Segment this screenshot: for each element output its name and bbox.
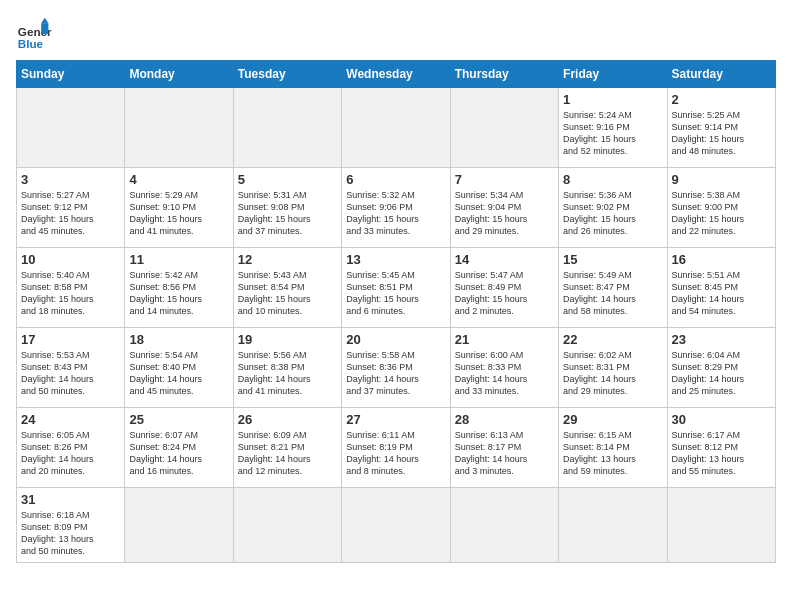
day-info: Sunrise: 6:15 AM Sunset: 8:14 PM Dayligh… (563, 429, 662, 478)
header: General Blue (16, 16, 776, 52)
day-number: 10 (21, 252, 120, 267)
day-info: Sunrise: 5:29 AM Sunset: 9:10 PM Dayligh… (129, 189, 228, 238)
day-info: Sunrise: 5:32 AM Sunset: 9:06 PM Dayligh… (346, 189, 445, 238)
calendar-cell: 13Sunrise: 5:45 AM Sunset: 8:51 PM Dayli… (342, 248, 450, 328)
calendar-cell: 27Sunrise: 6:11 AM Sunset: 8:19 PM Dayli… (342, 408, 450, 488)
calendar-cell: 20Sunrise: 5:58 AM Sunset: 8:36 PM Dayli… (342, 328, 450, 408)
day-number: 29 (563, 412, 662, 427)
day-info: Sunrise: 5:43 AM Sunset: 8:54 PM Dayligh… (238, 269, 337, 318)
calendar-cell: 10Sunrise: 5:40 AM Sunset: 8:58 PM Dayli… (17, 248, 125, 328)
calendar-cell: 26Sunrise: 6:09 AM Sunset: 8:21 PM Dayli… (233, 408, 341, 488)
day-number: 11 (129, 252, 228, 267)
calendar-cell: 8Sunrise: 5:36 AM Sunset: 9:02 PM Daylig… (559, 168, 667, 248)
week-row-3: 17Sunrise: 5:53 AM Sunset: 8:43 PM Dayli… (17, 328, 776, 408)
calendar-cell (342, 488, 450, 563)
calendar-cell: 25Sunrise: 6:07 AM Sunset: 8:24 PM Dayli… (125, 408, 233, 488)
calendar-cell: 9Sunrise: 5:38 AM Sunset: 9:00 PM Daylig… (667, 168, 775, 248)
day-number: 13 (346, 252, 445, 267)
calendar-cell: 22Sunrise: 6:02 AM Sunset: 8:31 PM Dayli… (559, 328, 667, 408)
day-info: Sunrise: 5:40 AM Sunset: 8:58 PM Dayligh… (21, 269, 120, 318)
day-number: 26 (238, 412, 337, 427)
day-info: Sunrise: 5:25 AM Sunset: 9:14 PM Dayligh… (672, 109, 771, 158)
day-number: 2 (672, 92, 771, 107)
calendar-cell (125, 488, 233, 563)
day-number: 18 (129, 332, 228, 347)
weekday-header-wednesday: Wednesday (342, 61, 450, 88)
day-info: Sunrise: 5:49 AM Sunset: 8:47 PM Dayligh… (563, 269, 662, 318)
day-info: Sunrise: 6:02 AM Sunset: 8:31 PM Dayligh… (563, 349, 662, 398)
day-number: 17 (21, 332, 120, 347)
week-row-1: 3Sunrise: 5:27 AM Sunset: 9:12 PM Daylig… (17, 168, 776, 248)
weekday-header-thursday: Thursday (450, 61, 558, 88)
day-info: Sunrise: 5:53 AM Sunset: 8:43 PM Dayligh… (21, 349, 120, 398)
svg-rect-3 (41, 23, 48, 34)
day-number: 15 (563, 252, 662, 267)
calendar-cell (450, 88, 558, 168)
svg-text:Blue: Blue (18, 37, 44, 50)
calendar-cell: 5Sunrise: 5:31 AM Sunset: 9:08 PM Daylig… (233, 168, 341, 248)
calendar-cell: 23Sunrise: 6:04 AM Sunset: 8:29 PM Dayli… (667, 328, 775, 408)
day-number: 23 (672, 332, 771, 347)
calendar-cell (667, 488, 775, 563)
day-number: 22 (563, 332, 662, 347)
day-info: Sunrise: 5:47 AM Sunset: 8:49 PM Dayligh… (455, 269, 554, 318)
day-number: 1 (563, 92, 662, 107)
day-info: Sunrise: 6:09 AM Sunset: 8:21 PM Dayligh… (238, 429, 337, 478)
day-number: 30 (672, 412, 771, 427)
calendar-cell: 21Sunrise: 6:00 AM Sunset: 8:33 PM Dayli… (450, 328, 558, 408)
calendar-cell: 18Sunrise: 5:54 AM Sunset: 8:40 PM Dayli… (125, 328, 233, 408)
day-info: Sunrise: 6:18 AM Sunset: 8:09 PM Dayligh… (21, 509, 120, 558)
calendar-cell: 11Sunrise: 5:42 AM Sunset: 8:56 PM Dayli… (125, 248, 233, 328)
weekday-header-saturday: Saturday (667, 61, 775, 88)
day-info: Sunrise: 5:51 AM Sunset: 8:45 PM Dayligh… (672, 269, 771, 318)
calendar-cell (125, 88, 233, 168)
calendar-cell: 28Sunrise: 6:13 AM Sunset: 8:17 PM Dayli… (450, 408, 558, 488)
calendar-cell: 17Sunrise: 5:53 AM Sunset: 8:43 PM Dayli… (17, 328, 125, 408)
calendar-cell: 19Sunrise: 5:56 AM Sunset: 8:38 PM Dayli… (233, 328, 341, 408)
day-number: 3 (21, 172, 120, 187)
weekday-header-monday: Monday (125, 61, 233, 88)
logo-icon: General Blue (16, 16, 52, 52)
calendar-cell: 4Sunrise: 5:29 AM Sunset: 9:10 PM Daylig… (125, 168, 233, 248)
day-info: Sunrise: 6:05 AM Sunset: 8:26 PM Dayligh… (21, 429, 120, 478)
day-info: Sunrise: 5:56 AM Sunset: 8:38 PM Dayligh… (238, 349, 337, 398)
day-number: 7 (455, 172, 554, 187)
weekday-row: SundayMondayTuesdayWednesdayThursdayFrid… (17, 61, 776, 88)
day-number: 25 (129, 412, 228, 427)
calendar-cell: 24Sunrise: 6:05 AM Sunset: 8:26 PM Dayli… (17, 408, 125, 488)
day-info: Sunrise: 5:31 AM Sunset: 9:08 PM Dayligh… (238, 189, 337, 238)
day-info: Sunrise: 5:38 AM Sunset: 9:00 PM Dayligh… (672, 189, 771, 238)
day-number: 6 (346, 172, 445, 187)
week-row-0: 1Sunrise: 5:24 AM Sunset: 9:16 PM Daylig… (17, 88, 776, 168)
calendar-cell (559, 488, 667, 563)
calendar-cell: 2Sunrise: 5:25 AM Sunset: 9:14 PM Daylig… (667, 88, 775, 168)
day-info: Sunrise: 6:17 AM Sunset: 8:12 PM Dayligh… (672, 429, 771, 478)
day-info: Sunrise: 5:54 AM Sunset: 8:40 PM Dayligh… (129, 349, 228, 398)
calendar-cell (342, 88, 450, 168)
day-info: Sunrise: 6:11 AM Sunset: 8:19 PM Dayligh… (346, 429, 445, 478)
day-info: Sunrise: 6:04 AM Sunset: 8:29 PM Dayligh… (672, 349, 771, 398)
day-info: Sunrise: 5:27 AM Sunset: 9:12 PM Dayligh… (21, 189, 120, 238)
day-number: 5 (238, 172, 337, 187)
day-number: 24 (21, 412, 120, 427)
day-number: 12 (238, 252, 337, 267)
calendar-cell: 1Sunrise: 5:24 AM Sunset: 9:16 PM Daylig… (559, 88, 667, 168)
day-number: 28 (455, 412, 554, 427)
day-number: 4 (129, 172, 228, 187)
weekday-header-sunday: Sunday (17, 61, 125, 88)
day-info: Sunrise: 5:58 AM Sunset: 8:36 PM Dayligh… (346, 349, 445, 398)
week-row-5: 31Sunrise: 6:18 AM Sunset: 8:09 PM Dayli… (17, 488, 776, 563)
calendar-cell: 29Sunrise: 6:15 AM Sunset: 8:14 PM Dayli… (559, 408, 667, 488)
calendar-cell: 31Sunrise: 6:18 AM Sunset: 8:09 PM Dayli… (17, 488, 125, 563)
calendar-cell (450, 488, 558, 563)
week-row-4: 24Sunrise: 6:05 AM Sunset: 8:26 PM Dayli… (17, 408, 776, 488)
calendar-header: SundayMondayTuesdayWednesdayThursdayFrid… (17, 61, 776, 88)
day-info: Sunrise: 5:24 AM Sunset: 9:16 PM Dayligh… (563, 109, 662, 158)
calendar-cell (17, 88, 125, 168)
logo: General Blue (16, 16, 52, 52)
day-info: Sunrise: 5:45 AM Sunset: 8:51 PM Dayligh… (346, 269, 445, 318)
day-number: 27 (346, 412, 445, 427)
day-info: Sunrise: 6:13 AM Sunset: 8:17 PM Dayligh… (455, 429, 554, 478)
calendar-cell: 30Sunrise: 6:17 AM Sunset: 8:12 PM Dayli… (667, 408, 775, 488)
day-info: Sunrise: 5:42 AM Sunset: 8:56 PM Dayligh… (129, 269, 228, 318)
